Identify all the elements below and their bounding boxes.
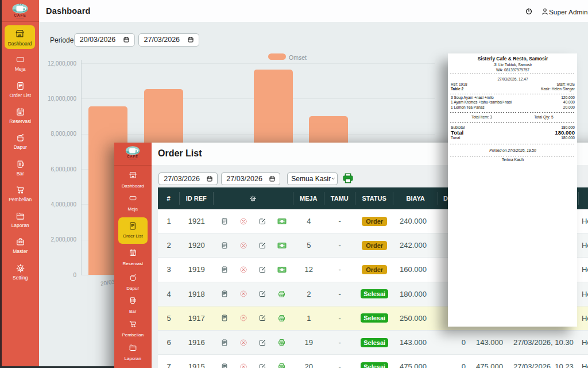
svg-text:CAFE: CAFE <box>127 155 138 159</box>
svg-text:CAFE: CAFE <box>14 13 26 17</box>
